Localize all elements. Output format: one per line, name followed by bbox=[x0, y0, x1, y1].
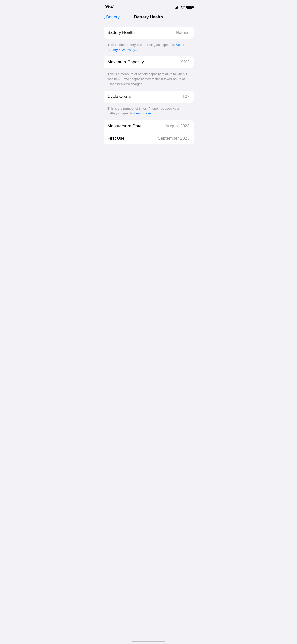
dates-card: Manufacture Date August 2023 First Use S… bbox=[104, 120, 194, 144]
page-title: Battery Health bbox=[134, 15, 163, 20]
first-use-row: First Use September 2023 bbox=[104, 132, 194, 144]
learn-more-link[interactable]: Learn more… bbox=[134, 111, 154, 115]
cycle-count-row: Cycle Count 107 bbox=[104, 91, 194, 103]
maximum-capacity-card: Maximum Capacity 99% bbox=[104, 56, 194, 68]
wifi-icon bbox=[181, 6, 185, 9]
battery-health-label: Battery Health bbox=[108, 30, 135, 35]
cycle-count-card: Cycle Count 107 bbox=[104, 91, 194, 103]
cycle-count-value: 107 bbox=[182, 94, 189, 99]
maximum-capacity-label: Maximum Capacity bbox=[108, 60, 144, 65]
back-label: Battery bbox=[106, 15, 120, 20]
first-use-value: September 2023 bbox=[158, 136, 190, 141]
nav-header: ‹ Battery Battery Health bbox=[100, 13, 198, 23]
battery-health-card: Battery Health Normal bbox=[104, 27, 194, 39]
battery-health-value: Normal bbox=[176, 30, 190, 35]
battery-health-description: This iPhone battery is performing as exp… bbox=[104, 41, 194, 56]
maximum-capacity-description: This is a measure of battery capacity re… bbox=[104, 70, 194, 91]
manufacture-date-label: Manufacture Date bbox=[108, 124, 142, 129]
content: Battery Health Normal This iPhone batter… bbox=[100, 23, 198, 150]
status-icons bbox=[175, 6, 193, 9]
maximum-capacity-row: Maximum Capacity 99% bbox=[104, 56, 194, 68]
signal-icon bbox=[175, 6, 179, 9]
manufacture-date-row: Manufacture Date August 2023 bbox=[104, 120, 194, 132]
status-time: 09:41 bbox=[105, 5, 115, 10]
cycle-count-description: This is the number of times iPhone has u… bbox=[104, 105, 194, 120]
cycle-count-label: Cycle Count bbox=[108, 94, 131, 99]
battery-status-icon bbox=[186, 6, 193, 9]
maximum-capacity-value: 99% bbox=[181, 60, 189, 65]
first-use-label: First Use bbox=[108, 136, 125, 141]
battery-warranty-link[interactable]: About Battery & Warranty… bbox=[108, 43, 184, 52]
back-chevron-icon: ‹ bbox=[104, 15, 105, 20]
battery-health-row: Battery Health Normal bbox=[104, 27, 194, 39]
manufacture-date-value: August 2023 bbox=[165, 124, 189, 129]
back-button[interactable]: ‹ Battery bbox=[104, 15, 120, 20]
status-bar: 09:41 bbox=[100, 0, 198, 13]
